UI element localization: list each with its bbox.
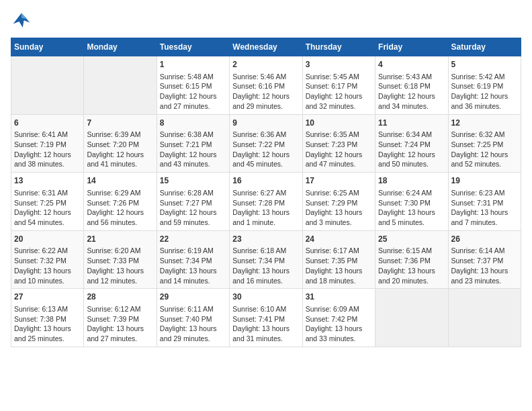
header-monday: Monday xyxy=(84,38,157,56)
calendar-cell: 21Sunrise: 6:20 AMSunset: 7:33 PMDayligh… xyxy=(84,230,157,289)
header-thursday: Thursday xyxy=(302,38,375,56)
calendar-week-row: 1Sunrise: 5:48 AMSunset: 6:15 PMDaylight… xyxy=(11,56,521,115)
header-wednesday: Wednesday xyxy=(230,38,302,56)
day-number: 23 xyxy=(232,234,299,245)
day-info: Sunrise: 6:11 AMSunset: 7:40 PMDaylight:… xyxy=(160,304,226,344)
calendar-cell: 16Sunrise: 6:27 AMSunset: 7:28 PMDayligh… xyxy=(230,173,302,231)
day-number: 28 xyxy=(87,291,153,303)
day-info: Sunrise: 6:36 AMSunset: 7:22 PMDaylight:… xyxy=(232,130,299,169)
calendar-cell: 11Sunrise: 6:34 AMSunset: 7:24 PMDayligh… xyxy=(375,114,448,173)
day-info: Sunrise: 6:28 AMSunset: 7:27 PMDaylight:… xyxy=(160,188,226,228)
calendar-cell: 13Sunrise: 6:31 AMSunset: 7:25 PMDayligh… xyxy=(11,173,84,231)
header-saturday: Saturday xyxy=(448,38,521,56)
calendar-cell: 2Sunrise: 5:46 AMSunset: 6:16 PMDaylight… xyxy=(230,56,302,115)
day-number: 13 xyxy=(14,175,81,187)
calendar-cell: 24Sunrise: 6:17 AMSunset: 7:35 PMDayligh… xyxy=(302,230,375,289)
calendar-week-row: 6Sunrise: 6:41 AMSunset: 7:19 PMDaylight… xyxy=(11,114,521,173)
calendar-cell: 9Sunrise: 6:36 AMSunset: 7:22 PMDaylight… xyxy=(230,114,302,173)
day-info: Sunrise: 6:10 AMSunset: 7:41 PMDaylight:… xyxy=(232,304,299,344)
day-info: Sunrise: 5:45 AMSunset: 6:17 PMDaylight:… xyxy=(306,72,372,111)
day-info: Sunrise: 5:48 AMSunset: 6:15 PMDaylight:… xyxy=(160,72,226,111)
day-number: 8 xyxy=(160,118,226,129)
day-number: 26 xyxy=(451,234,518,245)
day-number: 20 xyxy=(14,234,81,245)
day-info: Sunrise: 6:27 AMSunset: 7:28 PMDaylight:… xyxy=(232,188,299,228)
calendar-cell xyxy=(375,289,448,347)
day-info: Sunrise: 5:46 AMSunset: 6:16 PMDaylight:… xyxy=(232,72,299,111)
header-friday: Friday xyxy=(375,38,448,56)
calendar-cell: 22Sunrise: 6:19 AMSunset: 7:34 PMDayligh… xyxy=(157,230,229,289)
day-info: Sunrise: 6:14 AMSunset: 7:37 PMDaylight:… xyxy=(451,246,518,285)
day-info: Sunrise: 6:17 AMSunset: 7:35 PMDaylight:… xyxy=(306,246,372,285)
day-info: Sunrise: 6:15 AMSunset: 7:36 PMDaylight:… xyxy=(378,246,445,285)
day-info: Sunrise: 6:38 AMSunset: 7:21 PMDaylight:… xyxy=(160,130,226,169)
day-number: 7 xyxy=(87,118,153,129)
day-info: Sunrise: 6:18 AMSunset: 7:34 PMDaylight:… xyxy=(232,246,299,285)
day-number: 12 xyxy=(451,118,518,129)
day-info: Sunrise: 6:29 AMSunset: 7:26 PMDaylight:… xyxy=(87,188,153,228)
page-header xyxy=(11,11,521,32)
calendar-cell xyxy=(84,56,157,115)
day-number: 4 xyxy=(378,59,445,71)
day-number: 9 xyxy=(232,118,299,129)
day-info: Sunrise: 6:20 AMSunset: 7:33 PMDaylight:… xyxy=(87,246,153,285)
calendar-cell: 12Sunrise: 6:32 AMSunset: 7:25 PMDayligh… xyxy=(448,114,521,173)
day-number: 17 xyxy=(306,175,372,187)
header-tuesday: Tuesday xyxy=(157,38,229,56)
calendar-cell: 7Sunrise: 6:39 AMSunset: 7:20 PMDaylight… xyxy=(84,114,157,173)
calendar-cell: 8Sunrise: 6:38 AMSunset: 7:21 PMDaylight… xyxy=(157,114,229,173)
day-number: 25 xyxy=(378,234,445,245)
day-info: Sunrise: 6:39 AMSunset: 7:20 PMDaylight:… xyxy=(87,130,153,169)
day-number: 27 xyxy=(14,291,81,303)
calendar-cell: 25Sunrise: 6:15 AMSunset: 7:36 PMDayligh… xyxy=(375,230,448,289)
day-info: Sunrise: 6:24 AMSunset: 7:30 PMDaylight:… xyxy=(378,188,445,228)
calendar-cell: 27Sunrise: 6:13 AMSunset: 7:38 PMDayligh… xyxy=(11,289,84,347)
calendar-header-row: SundayMondayTuesdayWednesdayThursdayFrid… xyxy=(11,38,521,56)
calendar-cell: 23Sunrise: 6:18 AMSunset: 7:34 PMDayligh… xyxy=(230,230,302,289)
calendar-cell: 1Sunrise: 5:48 AMSunset: 6:15 PMDaylight… xyxy=(157,56,229,115)
calendar-cell: 26Sunrise: 6:14 AMSunset: 7:37 PMDayligh… xyxy=(448,230,521,289)
day-info: Sunrise: 6:22 AMSunset: 7:32 PMDaylight:… xyxy=(14,246,81,285)
day-number: 31 xyxy=(306,291,372,303)
calendar-cell: 31Sunrise: 6:09 AMSunset: 7:42 PMDayligh… xyxy=(302,289,375,347)
calendar-week-row: 13Sunrise: 6:31 AMSunset: 7:25 PMDayligh… xyxy=(11,173,521,231)
day-number: 1 xyxy=(160,59,226,71)
day-number: 24 xyxy=(306,234,372,245)
day-info: Sunrise: 6:12 AMSunset: 7:39 PMDaylight:… xyxy=(87,304,153,344)
day-info: Sunrise: 6:35 AMSunset: 7:23 PMDaylight:… xyxy=(306,130,372,169)
day-number: 14 xyxy=(87,175,153,187)
calendar-cell: 19Sunrise: 6:23 AMSunset: 7:31 PMDayligh… xyxy=(448,173,521,231)
day-info: Sunrise: 6:41 AMSunset: 7:19 PMDaylight:… xyxy=(14,130,81,169)
day-info: Sunrise: 5:42 AMSunset: 6:19 PMDaylight:… xyxy=(451,72,518,111)
calendar-cell: 18Sunrise: 6:24 AMSunset: 7:30 PMDayligh… xyxy=(375,173,448,231)
logo-bird-icon xyxy=(11,11,32,32)
calendar-cell: 28Sunrise: 6:12 AMSunset: 7:39 PMDayligh… xyxy=(84,289,157,347)
header-sunday: Sunday xyxy=(11,38,84,56)
calendar-cell: 6Sunrise: 6:41 AMSunset: 7:19 PMDaylight… xyxy=(11,114,84,173)
day-number: 22 xyxy=(160,234,226,245)
day-number: 5 xyxy=(451,59,518,71)
calendar-cell: 10Sunrise: 6:35 AMSunset: 7:23 PMDayligh… xyxy=(302,114,375,173)
day-number: 21 xyxy=(87,234,153,245)
day-info: Sunrise: 5:43 AMSunset: 6:18 PMDaylight:… xyxy=(378,72,445,111)
day-number: 30 xyxy=(232,291,299,303)
calendar-cell: 3Sunrise: 5:45 AMSunset: 6:17 PMDaylight… xyxy=(302,56,375,115)
day-info: Sunrise: 6:34 AMSunset: 7:24 PMDaylight:… xyxy=(378,130,445,169)
calendar-cell: 14Sunrise: 6:29 AMSunset: 7:26 PMDayligh… xyxy=(84,173,157,231)
day-number: 29 xyxy=(160,291,226,303)
day-info: Sunrise: 6:09 AMSunset: 7:42 PMDaylight:… xyxy=(306,304,372,344)
day-info: Sunrise: 6:23 AMSunset: 7:31 PMDaylight:… xyxy=(451,188,518,228)
calendar-cell: 30Sunrise: 6:10 AMSunset: 7:41 PMDayligh… xyxy=(230,289,302,347)
day-info: Sunrise: 6:19 AMSunset: 7:34 PMDaylight:… xyxy=(160,246,226,285)
day-number: 10 xyxy=(306,118,372,129)
day-number: 16 xyxy=(232,175,299,187)
day-number: 11 xyxy=(378,118,445,129)
calendar-cell: 5Sunrise: 5:42 AMSunset: 6:19 PMDaylight… xyxy=(448,56,521,115)
day-number: 19 xyxy=(451,175,518,187)
calendar-week-row: 27Sunrise: 6:13 AMSunset: 7:38 PMDayligh… xyxy=(11,289,521,347)
day-info: Sunrise: 6:31 AMSunset: 7:25 PMDaylight:… xyxy=(14,188,81,228)
day-info: Sunrise: 6:13 AMSunset: 7:38 PMDaylight:… xyxy=(14,304,81,344)
day-info: Sunrise: 6:32 AMSunset: 7:25 PMDaylight:… xyxy=(451,130,518,169)
day-number: 15 xyxy=(160,175,226,187)
calendar-cell: 17Sunrise: 6:25 AMSunset: 7:29 PMDayligh… xyxy=(302,173,375,231)
